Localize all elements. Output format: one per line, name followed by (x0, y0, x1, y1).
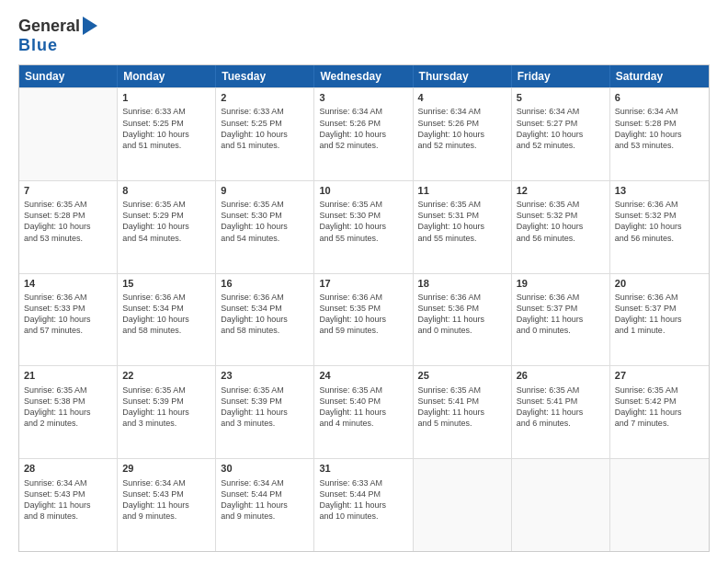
logo-general: General (18, 17, 80, 36)
day-number: 27 (615, 369, 704, 383)
day-info: Sunrise: 6:33 AMSunset: 5:44 PMDaylight:… (319, 477, 407, 523)
day-info: Sunrise: 6:35 AMSunset: 5:38 PMDaylight:… (24, 385, 112, 430)
day-number: 28 (24, 462, 112, 476)
day-cell-26: 26Sunrise: 6:35 AMSunset: 5:41 PMDayligh… (512, 366, 610, 458)
day-info: Sunrise: 6:34 AMSunset: 5:43 PMDaylight:… (122, 477, 210, 523)
logo-arrow-icon (83, 17, 97, 35)
day-info: Sunrise: 6:36 AMSunset: 5:34 PMDaylight:… (221, 292, 309, 337)
day-cell-7: 7Sunrise: 6:35 AMSunset: 5:28 PMDaylight… (19, 181, 118, 273)
day-number: 11 (418, 184, 506, 198)
day-number: 20 (615, 277, 704, 291)
day-info: Sunrise: 6:36 AMSunset: 5:32 PMDaylight:… (615, 199, 704, 244)
day-info: Sunrise: 6:35 AMSunset: 5:42 PMDaylight:… (615, 385, 704, 430)
day-number: 21 (24, 369, 112, 383)
calendar-body: 1Sunrise: 6:33 AMSunset: 5:25 PMDaylight… (19, 87, 709, 551)
day-cell-5: 5Sunrise: 6:34 AMSunset: 5:27 PMDaylight… (512, 88, 610, 180)
day-number: 1 (122, 91, 210, 105)
weekday-header-sunday: Sunday (19, 65, 118, 87)
day-number: 12 (517, 184, 605, 198)
day-number: 25 (418, 369, 506, 383)
day-number: 10 (319, 184, 407, 198)
calendar-row-5: 28Sunrise: 6:34 AMSunset: 5:43 PMDayligh… (19, 458, 709, 551)
day-cell-20: 20Sunrise: 6:36 AMSunset: 5:37 PMDayligh… (610, 274, 709, 366)
day-info: Sunrise: 6:36 AMSunset: 5:37 PMDaylight:… (615, 292, 704, 337)
day-cell-25: 25Sunrise: 6:35 AMSunset: 5:41 PMDayligh… (414, 366, 512, 458)
calendar-row-1: 1Sunrise: 6:33 AMSunset: 5:25 PMDaylight… (19, 87, 709, 180)
day-cell-28: 28Sunrise: 6:34 AMSunset: 5:43 PMDayligh… (19, 459, 118, 551)
day-number: 17 (319, 277, 407, 291)
day-number: 18 (418, 277, 506, 291)
weekday-header-saturday: Saturday (610, 65, 709, 87)
calendar-row-2: 7Sunrise: 6:35 AMSunset: 5:28 PMDaylight… (19, 180, 709, 273)
day-cell-10: 10Sunrise: 6:35 AMSunset: 5:30 PMDayligh… (314, 181, 413, 273)
day-cell-16: 16Sunrise: 6:36 AMSunset: 5:34 PMDayligh… (216, 274, 314, 366)
day-info: Sunrise: 6:34 AMSunset: 5:26 PMDaylight:… (418, 106, 506, 151)
day-number: 26 (517, 369, 605, 383)
day-cell-6: 6Sunrise: 6:34 AMSunset: 5:28 PMDaylight… (610, 88, 709, 180)
day-info: Sunrise: 6:35 AMSunset: 5:40 PMDaylight:… (319, 385, 407, 430)
weekday-header-tuesday: Tuesday (216, 65, 314, 87)
day-cell-15: 15Sunrise: 6:36 AMSunset: 5:34 PMDayligh… (118, 274, 216, 366)
page: General Blue SundayMondayTuesdayWednesda… (0, 0, 728, 563)
day-cell-12: 12Sunrise: 6:35 AMSunset: 5:32 PMDayligh… (512, 181, 610, 273)
day-info: Sunrise: 6:35 AMSunset: 5:41 PMDaylight:… (517, 385, 605, 430)
day-info: Sunrise: 6:34 AMSunset: 5:26 PMDaylight:… (319, 106, 407, 151)
day-number: 22 (122, 369, 210, 383)
empty-cell (512, 459, 610, 551)
day-number: 7 (24, 184, 112, 198)
weekday-header-wednesday: Wednesday (314, 65, 413, 87)
weekday-header-friday: Friday (512, 65, 610, 87)
day-cell-3: 3Sunrise: 6:34 AMSunset: 5:26 PMDaylight… (314, 88, 413, 180)
day-cell-11: 11Sunrise: 6:35 AMSunset: 5:31 PMDayligh… (414, 181, 512, 273)
day-info: Sunrise: 6:35 AMSunset: 5:41 PMDaylight:… (418, 385, 506, 430)
day-number: 4 (418, 91, 506, 105)
day-cell-23: 23Sunrise: 6:35 AMSunset: 5:39 PMDayligh… (216, 366, 314, 458)
logo-blue: Blue (18, 36, 58, 55)
day-cell-4: 4Sunrise: 6:34 AMSunset: 5:26 PMDaylight… (414, 88, 512, 180)
weekday-header-monday: Monday (118, 65, 216, 87)
calendar-row-3: 14Sunrise: 6:36 AMSunset: 5:33 PMDayligh… (19, 273, 709, 366)
logo: General Blue (18, 17, 97, 55)
weekday-header-thursday: Thursday (414, 65, 512, 87)
day-info: Sunrise: 6:34 AMSunset: 5:28 PMDaylight:… (615, 106, 704, 151)
day-cell-30: 30Sunrise: 6:34 AMSunset: 5:44 PMDayligh… (216, 459, 314, 551)
day-number: 2 (221, 91, 309, 105)
day-number: 23 (221, 369, 309, 383)
day-cell-31: 31Sunrise: 6:33 AMSunset: 5:44 PMDayligh… (314, 459, 413, 551)
day-cell-19: 19Sunrise: 6:36 AMSunset: 5:37 PMDayligh… (512, 274, 610, 366)
day-info: Sunrise: 6:33 AMSunset: 5:25 PMDaylight:… (221, 106, 309, 151)
day-number: 6 (615, 91, 704, 105)
calendar-row-4: 21Sunrise: 6:35 AMSunset: 5:38 PMDayligh… (19, 365, 709, 458)
day-info: Sunrise: 6:36 AMSunset: 5:34 PMDaylight:… (122, 292, 210, 337)
day-number: 3 (319, 91, 407, 105)
day-info: Sunrise: 6:35 AMSunset: 5:28 PMDaylight:… (24, 199, 112, 244)
day-info: Sunrise: 6:34 AMSunset: 5:43 PMDaylight:… (24, 477, 112, 523)
day-cell-24: 24Sunrise: 6:35 AMSunset: 5:40 PMDayligh… (314, 366, 413, 458)
day-info: Sunrise: 6:36 AMSunset: 5:37 PMDaylight:… (517, 292, 605, 337)
day-number: 31 (319, 462, 407, 476)
day-number: 15 (122, 277, 210, 291)
day-cell-21: 21Sunrise: 6:35 AMSunset: 5:38 PMDayligh… (19, 366, 118, 458)
empty-cell (610, 459, 709, 551)
day-info: Sunrise: 6:36 AMSunset: 5:35 PMDaylight:… (319, 292, 407, 337)
day-info: Sunrise: 6:36 AMSunset: 5:33 PMDaylight:… (24, 292, 112, 337)
day-cell-8: 8Sunrise: 6:35 AMSunset: 5:29 PMDaylight… (118, 181, 216, 273)
day-cell-14: 14Sunrise: 6:36 AMSunset: 5:33 PMDayligh… (19, 274, 118, 366)
header: General Blue (18, 17, 710, 55)
day-number: 30 (221, 462, 309, 476)
day-number: 8 (122, 184, 210, 198)
day-info: Sunrise: 6:35 AMSunset: 5:39 PMDaylight:… (221, 385, 309, 430)
day-cell-13: 13Sunrise: 6:36 AMSunset: 5:32 PMDayligh… (610, 181, 709, 273)
empty-cell (414, 459, 512, 551)
calendar-header: SundayMondayTuesdayWednesdayThursdayFrid… (19, 65, 709, 87)
day-info: Sunrise: 6:35 AMSunset: 5:31 PMDaylight:… (418, 199, 506, 244)
day-cell-27: 27Sunrise: 6:35 AMSunset: 5:42 PMDayligh… (610, 366, 709, 458)
day-info: Sunrise: 6:33 AMSunset: 5:25 PMDaylight:… (122, 106, 210, 151)
day-number: 14 (24, 277, 112, 291)
day-cell-2: 2Sunrise: 6:33 AMSunset: 5:25 PMDaylight… (216, 88, 314, 180)
day-info: Sunrise: 6:35 AMSunset: 5:29 PMDaylight:… (122, 199, 210, 244)
day-cell-29: 29Sunrise: 6:34 AMSunset: 5:43 PMDayligh… (118, 459, 216, 551)
day-number: 13 (615, 184, 704, 198)
day-cell-17: 17Sunrise: 6:36 AMSunset: 5:35 PMDayligh… (314, 274, 413, 366)
calendar: SundayMondayTuesdayWednesdayThursdayFrid… (18, 64, 710, 552)
